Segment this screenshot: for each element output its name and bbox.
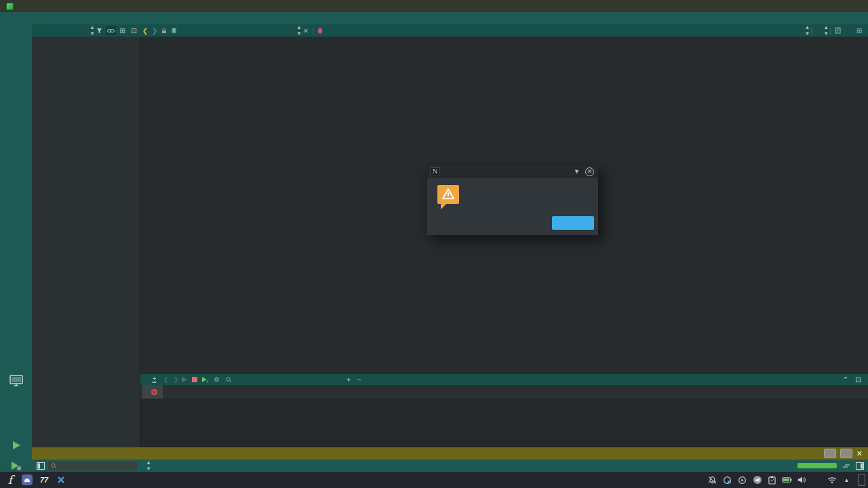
show-desktop-button[interactable]	[859, 474, 865, 486]
notifications-muted-icon[interactable]	[707, 475, 717, 485]
split-pane-icon[interactable]: ⊞	[117, 26, 127, 35]
clear-output-icon[interactable]	[151, 376, 161, 384]
link-with-editor-icon[interactable]	[106, 26, 116, 35]
monitor-icon	[0, 375, 32, 387]
dialog-app-icon: N	[431, 167, 439, 176]
mode-selector-bar	[0, 24, 32, 472]
close-document-icon[interactable]: ✕	[301, 27, 311, 35]
run-button[interactable]	[0, 436, 32, 454]
kit-selector[interactable]	[0, 373, 32, 388]
pane-selector-updown-icon[interactable]: ▲▼	[90, 24, 94, 37]
add-output-tab-icon[interactable]: +	[347, 375, 351, 384]
prev-item-icon[interactable]: ❮	[161, 376, 171, 383]
status-account-icon[interactable]	[722, 475, 732, 485]
toggle-right-sidebar-icon[interactable]	[856, 462, 864, 470]
resize-handle-icon[interactable]	[842, 463, 850, 468]
output-tab-untitled[interactable]: ✕	[142, 385, 163, 399]
file-icon	[169, 27, 178, 34]
close-tab-icon[interactable]: ✕	[151, 389, 157, 395]
document-properties-icon[interactable]	[833, 27, 842, 34]
build-progress-bar	[797, 463, 837, 468]
back-icon[interactable]: ❮	[140, 27, 150, 35]
projects-pane-header: ▲▼ ⊞ ⊡	[32, 24, 140, 37]
output-tab-strip: ✕	[140, 385, 868, 399]
lock-icon	[159, 28, 169, 34]
ok-button[interactable]	[552, 216, 594, 230]
dialog-titlebar[interactable]: N ▼ ✕	[427, 165, 598, 178]
detach-pane-icon[interactable]: ⊡	[855, 375, 861, 384]
output-filter-input[interactable]	[226, 375, 314, 384]
maximize-pane-icon[interactable]: ⌃	[842, 375, 848, 384]
keyboard-layout-indicator[interactable]	[812, 475, 822, 485]
taskbar: f 77	[0, 472, 868, 488]
output-console[interactable]	[140, 399, 868, 401]
system-tray: ▲	[707, 475, 852, 485]
projects-tree-panel	[32, 37, 140, 447]
line-ending-updown-icon[interactable]: ▲▼	[823, 24, 828, 37]
next-item-icon[interactable]: ❯	[171, 376, 181, 383]
app-77-icon[interactable]: 77	[37, 473, 51, 487]
warning-icon	[437, 184, 460, 211]
dialog-close-icon[interactable]: ✕	[585, 167, 594, 176]
take-ui-tour-button[interactable]	[824, 449, 836, 458]
menubar	[0, 12, 868, 24]
dialog-menu-chevron-icon[interactable]: ▼	[574, 168, 580, 175]
close-pane-icon[interactable]: ⊡	[129, 26, 139, 35]
tray-expand-icon[interactable]: ▲	[842, 475, 852, 485]
telegram-tray-icon[interactable]	[752, 475, 762, 485]
application-output-pane: ❮ ❯ ⚙ + − ⌃ ⊡	[140, 374, 868, 447]
wifi-icon[interactable]	[827, 475, 837, 485]
pane-list-updown-icon[interactable]: ▲▼	[146, 460, 151, 472]
run-debug-icon[interactable]	[201, 376, 212, 383]
editor-toolbar: ❮ ❯ ▲▼ ✕ | ▲▼ | ▲▼ | ⊞	[140, 24, 868, 37]
discord-icon[interactable]	[20, 473, 34, 487]
filter-icon[interactable]	[94, 26, 104, 35]
toolbar-row: ▲▼ ⊞ ⊡ ❮ ❯ ▲▼ ✕ |	[0, 24, 868, 37]
symbol-marker-icon	[315, 27, 325, 34]
do-not-show-again-button[interactable]	[840, 449, 852, 458]
output-pane-header: ❮ ❯ ⚙ + − ⌃ ⊡	[140, 374, 868, 385]
ui-tour-notification: ✕	[32, 447, 868, 460]
battery-icon[interactable]	[782, 475, 792, 485]
locator-input[interactable]	[48, 462, 138, 470]
message-dialog: N ▼ ✕	[427, 165, 598, 235]
rerun-icon	[181, 376, 191, 383]
qtcreator-window-icon	[6, 3, 14, 10]
volume-icon[interactable]	[797, 475, 807, 485]
media-player-icon[interactable]	[737, 475, 747, 485]
encoding-updown-icon[interactable]: ▲▼	[804, 24, 809, 37]
locator-bar: ▲▼	[32, 460, 868, 472]
app-launcher-f-icon[interactable]: f	[3, 473, 17, 487]
toggle-left-sidebar-icon[interactable]	[35, 461, 45, 471]
blue-app-icon[interactable]	[54, 473, 68, 487]
stop-icon[interactable]	[191, 376, 201, 383]
notification-close-icon[interactable]: ✕	[856, 449, 863, 458]
forward-icon[interactable]: ❯	[150, 27, 159, 35]
file-dropdown-icon[interactable]: ▲▼	[296, 24, 301, 37]
window-titlebar	[0, 0, 868, 12]
clipboard-icon[interactable]	[767, 475, 777, 485]
split-editor-icon[interactable]: ⊞	[854, 27, 864, 35]
settings-gear-icon[interactable]: ⚙	[212, 376, 222, 383]
remove-output-tab-icon[interactable]: −	[357, 375, 361, 384]
